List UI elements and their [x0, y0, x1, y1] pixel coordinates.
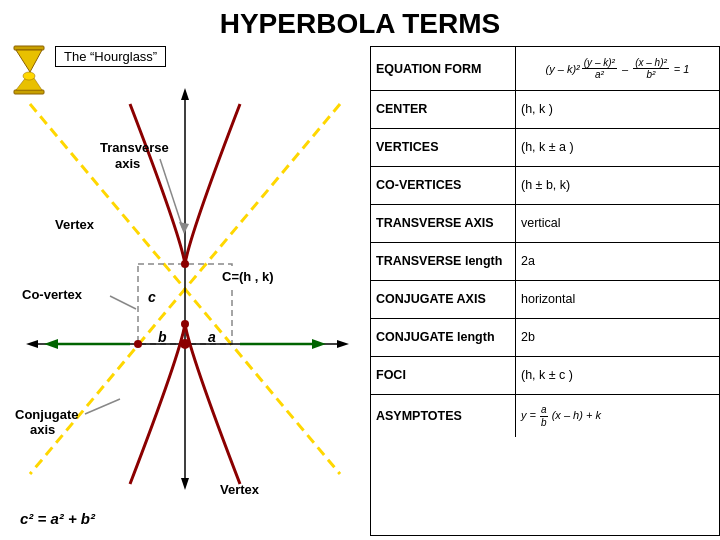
cell-conjugate-length-term: CONJUGATE length — [371, 319, 516, 356]
svg-point-21 — [180, 339, 190, 349]
table-row-conjugate-axis: CONJUGATE AXIS horizontal — [371, 281, 719, 319]
svg-point-36 — [181, 320, 189, 328]
svg-rect-0 — [14, 46, 44, 50]
diagram-svg: b a c C=(h , k) Transverse axis Vertex C… — [0, 44, 370, 534]
cell-foci-term: FOCI — [371, 357, 516, 394]
table-row-equation: EQUATION FORM (y – k)² (y – k)² a² – (x … — [371, 47, 719, 91]
cell-vertices-term: VERTICES — [371, 129, 516, 166]
table-row-center: CENTER (h, k ) — [371, 91, 719, 129]
table-row-asymptotes: ASYMPTOTES y = a b (x – h) + k — [371, 395, 719, 437]
table-row-transverse-axis: TRANSVERSE AXIS vertical — [371, 205, 719, 243]
cell-conjugate-length-value: 2b — [516, 319, 719, 356]
table-row-vertices: VERTICES (h, k ± a ) — [371, 129, 719, 167]
svg-text:Conjugate: Conjugate — [15, 407, 79, 422]
table-row-foci: FOCI (h, k ± c ) — [371, 357, 719, 395]
cell-transverse-length-term: TRANSVERSE length — [371, 243, 516, 280]
cell-conjugate-axis-value: horizontal — [516, 281, 719, 318]
svg-text:Co-vertex: Co-vertex — [22, 287, 83, 302]
cell-conjugate-axis-term: CONJUGATE AXIS — [371, 281, 516, 318]
svg-marker-10 — [181, 478, 189, 490]
svg-marker-2 — [16, 50, 42, 72]
cell-center-value: (h, k ) — [516, 91, 719, 128]
svg-marker-9 — [181, 88, 189, 100]
cell-foci-value: (h, k ± c ) — [516, 357, 719, 394]
svg-text:Vertex: Vertex — [220, 482, 260, 497]
svg-marker-13 — [26, 340, 38, 348]
cell-transverse-axis-term: TRANSVERSE AXIS — [371, 205, 516, 242]
svg-text:C=(h , k): C=(h , k) — [222, 269, 274, 284]
svg-line-31 — [110, 296, 136, 309]
svg-marker-12 — [337, 340, 349, 348]
diagram-panel: The “Hourglass” — [0, 44, 370, 534]
hourglass-label: The “Hourglass” — [55, 46, 166, 67]
svg-point-32 — [134, 340, 142, 348]
svg-text:b: b — [158, 329, 167, 345]
table-row-conjugate-length: CONJUGATE length 2b — [371, 319, 719, 357]
svg-rect-1 — [14, 90, 44, 94]
svg-point-4 — [23, 72, 35, 80]
table-row-co-vertices: CO-VERTICES (h ± b, k) — [371, 167, 719, 205]
svg-text:axis: axis — [30, 422, 55, 437]
cell-transverse-axis-value: vertical — [516, 205, 719, 242]
svg-text:a: a — [208, 329, 216, 345]
svg-text:c: c — [148, 289, 156, 305]
terms-table: EQUATION FORM (y – k)² (y – k)² a² – (x … — [370, 46, 720, 536]
svg-marker-27 — [179, 222, 189, 234]
svg-text:axis: axis — [115, 156, 140, 171]
hourglass-icon — [8, 44, 50, 96]
cell-equation-term: EQUATION FORM — [371, 47, 516, 90]
cell-asymptotes-value: y = a b (x – h) + k — [516, 395, 719, 437]
page-title: HYPERBOLA TERMS — [0, 0, 720, 44]
cell-equation-value: (y – k)² (y – k)² a² – (x – h)² b² = 1 — [516, 47, 719, 90]
svg-marker-17 — [312, 339, 326, 349]
svg-text:c² = a² + b²: c² = a² + b² — [20, 510, 96, 527]
cell-covertices-term: CO-VERTICES — [371, 167, 516, 204]
svg-text:Vertex: Vertex — [55, 217, 95, 232]
svg-text:Transverse: Transverse — [100, 140, 169, 155]
cell-transverse-length-value: 2a — [516, 243, 719, 280]
svg-point-29 — [181, 260, 189, 268]
cell-covertices-value: (h ± b, k) — [516, 167, 719, 204]
cell-center-term: CENTER — [371, 91, 516, 128]
svg-marker-15 — [44, 339, 58, 349]
cell-vertices-value: (h, k ± a ) — [516, 129, 719, 166]
table-row-transverse-length: TRANSVERSE length 2a — [371, 243, 719, 281]
cell-asymptotes-term: ASYMPTOTES — [371, 395, 516, 437]
